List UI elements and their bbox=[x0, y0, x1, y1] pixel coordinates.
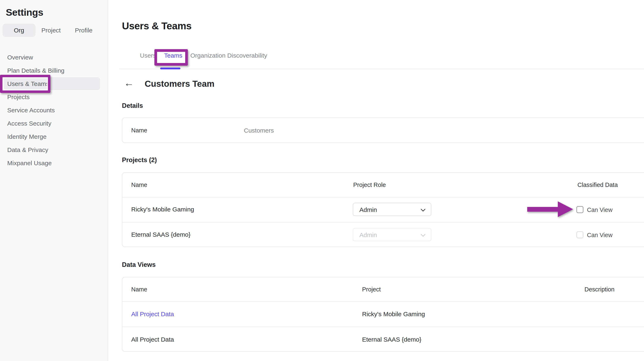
settings-sidebar: Settings Org Project Profile Overview Pl… bbox=[0, 0, 108, 361]
settings-page: { "colors": { "annotation_purple": "#9b2… bbox=[0, 0, 644, 361]
data-view-name: All Project Data bbox=[131, 336, 174, 343]
data-views-table: Name Project Description All Project Dat… bbox=[122, 277, 644, 352]
details-name-label: Name bbox=[131, 127, 147, 134]
sidebar-tab-project[interactable]: Project bbox=[37, 24, 65, 37]
details-name-value: Customers bbox=[244, 127, 274, 134]
sidebar-item-identity-merge[interactable]: Identity Merge bbox=[7, 133, 46, 140]
active-tab-underline bbox=[160, 67, 180, 69]
project-row-name: Ricky's Mobile Gaming bbox=[131, 206, 194, 213]
tabs-divider bbox=[119, 69, 644, 69]
data-views-col-description: Description bbox=[584, 286, 614, 293]
sidebar-tab-profile[interactable]: Profile bbox=[70, 24, 98, 37]
tab-organization-discoverability[interactable]: Organization Discoverability bbox=[190, 52, 267, 59]
row-divider bbox=[122, 197, 644, 197]
settings-title: Settings bbox=[6, 6, 43, 18]
sidebar-item-overview[interactable]: Overview bbox=[7, 54, 33, 61]
sidebar-tab-org[interactable]: Org bbox=[2, 24, 36, 37]
can-view-label: Can View bbox=[587, 207, 612, 213]
chevron-down-icon bbox=[421, 232, 426, 237]
team-title: Customers Team bbox=[145, 79, 214, 89]
projects-table: Name Project Role Classified Data Ricky'… bbox=[122, 172, 644, 247]
sidebar-item-service-accounts[interactable]: Service Accounts bbox=[7, 107, 55, 114]
data-view-project: Eternal SAAS {demo} bbox=[362, 336, 422, 343]
sidebar-item-mixpanel-usage[interactable]: Mixpanel Usage bbox=[7, 160, 52, 167]
details-card: Name Customers bbox=[122, 117, 644, 143]
project-role-dropdown-disabled: Admin bbox=[353, 228, 431, 241]
chevron-down-icon bbox=[421, 207, 426, 212]
details-heading: Details bbox=[122, 102, 143, 109]
row-divider bbox=[122, 222, 644, 223]
data-views-col-project: Project bbox=[362, 286, 381, 293]
data-views-heading: Data Views bbox=[122, 261, 156, 269]
sidebar-item-access-security[interactable]: Access Security bbox=[7, 120, 51, 127]
project-role-value: Admin bbox=[360, 206, 377, 213]
back-arrow-icon[interactable]: ← bbox=[124, 77, 134, 89]
sidebar-item-users-teams[interactable]: Users & Teams bbox=[7, 80, 49, 87]
projects-col-classified-data: Classified Data bbox=[578, 182, 618, 188]
project-role-dropdown[interactable]: Admin bbox=[353, 203, 431, 216]
row-divider bbox=[122, 327, 644, 327]
sidebar-item-projects[interactable]: Projects bbox=[7, 93, 30, 101]
projects-col-project-role: Project Role bbox=[353, 182, 386, 188]
projects-heading: Projects (2) bbox=[122, 156, 157, 164]
data-view-project: Ricky's Mobile Gaming bbox=[362, 311, 425, 318]
project-role-value: Admin bbox=[360, 232, 377, 239]
can-view-checkbox-disabled bbox=[576, 231, 584, 238]
data-view-link[interactable]: All Project Data bbox=[131, 311, 174, 318]
row-divider bbox=[122, 301, 644, 302]
sidebar-item-data-privacy[interactable]: Data & Privacy bbox=[7, 146, 48, 153]
can-view-checkbox[interactable] bbox=[576, 206, 584, 213]
sidebar-item-plan-details-billing[interactable]: Plan Details & Billing bbox=[7, 67, 64, 74]
data-views-col-name: Name bbox=[131, 286, 147, 293]
projects-col-name: Name bbox=[131, 182, 147, 188]
tab-users[interactable]: Users bbox=[140, 52, 156, 59]
tab-teams[interactable]: Teams bbox=[164, 52, 182, 59]
page-title: Users & Teams bbox=[122, 20, 192, 31]
project-row-name: Eternal SAAS {demo} bbox=[131, 231, 190, 238]
can-view-label: Can View bbox=[587, 232, 612, 239]
